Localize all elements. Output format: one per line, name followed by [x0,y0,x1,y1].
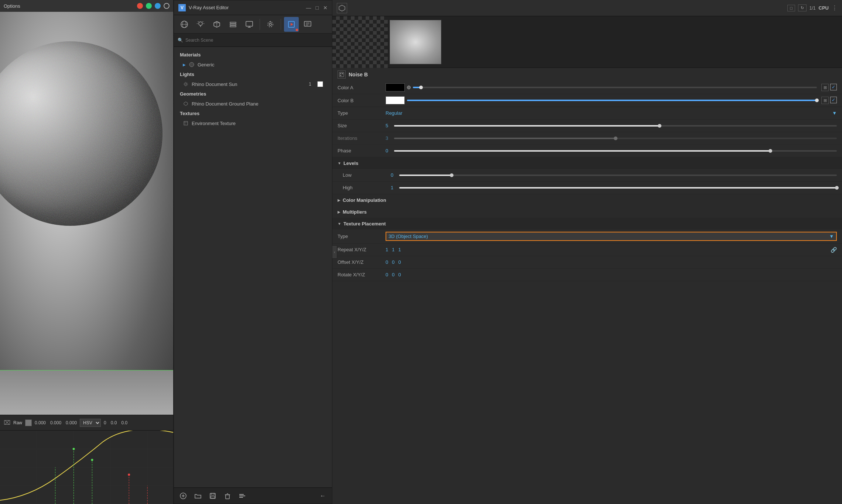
window-controls: — □ ✕ [306,5,328,11]
size-slider[interactable] [394,125,837,127]
high-label: High [343,185,391,190]
low-value-text[interactable]: 0 [391,172,393,178]
repeat-y[interactable]: 1 [392,247,394,252]
hsv-select[interactable]: HSV RGB [80,419,101,427]
repeat-x[interactable]: 1 [386,247,388,252]
offset-y[interactable]: 0 [392,259,394,265]
toolbar-display-btn[interactable] [300,17,315,32]
iterations-slider[interactable] [394,138,837,139]
color-a-row: Color A ⊞ ✓ [332,81,842,94]
color-b-value: ⊞ ✓ [386,96,837,104]
toolbar-textures-btn[interactable] [226,17,240,32]
size-value-text[interactable]: 5 [386,123,388,128]
phase-label: Phase [338,148,386,153]
levels-section-header[interactable]: ▼ Levels [332,157,842,169]
multipliers-section-header[interactable]: ▶ Multipliers [332,206,842,218]
texture-placement-section-header[interactable]: ▼ Texture Placement [332,218,842,229]
dot-blue[interactable] [155,3,161,9]
section-geometries[interactable]: Geometries [174,89,332,99]
color-a-swatch[interactable] [386,83,405,92]
section-textures[interactable]: Textures [174,108,332,118]
iterations-value-text[interactable]: 3 [386,135,388,141]
high-slider[interactable] [399,187,837,189]
repeat-xyz-row: Repeat X/Y/Z 1 1 1 🔗 [332,244,842,256]
open-asset-button[interactable] [193,491,203,501]
color-a-slider[interactable] [413,87,817,88]
light-swatch[interactable] [317,81,323,87]
toolbar-render-elements-btn[interactable] [242,17,257,32]
search-icon: 🔍 [178,38,183,43]
toolbar-settings-btn[interactable] [263,17,278,32]
svg-line-46 [184,83,185,83]
search-bar: 🔍 [174,34,332,47]
light-sun-item[interactable]: Rhino Document Sun 1 [174,79,332,89]
phase-value-text[interactable]: 0 [386,148,388,153]
color-manip-title: Color Manipulation [343,197,386,203]
offset-x[interactable]: 0 [386,259,388,265]
color-a-extra-btn[interactable]: ⊞ [821,84,829,91]
coord-y: 0.000 [50,420,61,425]
toolbar-materials-btn[interactable] [177,17,192,32]
section-materials[interactable]: Materials [174,50,332,60]
texture-type-dropdown[interactable]: 3D (Object Space) ▼ [386,232,837,241]
link-icon[interactable]: 🔗 [831,247,837,253]
color-b-swatch[interactable] [386,96,405,104]
color-a-checkbox[interactable]: ✓ [830,84,837,90]
light-badge: 1 [309,82,311,87]
refresh-ctrl[interactable]: ↻ [798,4,807,11]
light-sun-label: Rhino Document Sun [192,82,306,87]
geometry-ground-item[interactable]: Rhino Document Ground Plane [174,99,332,108]
scene-icon[interactable] [337,3,347,13]
add-asset-button[interactable] [178,491,188,501]
offset-xyz-values: 0 0 0 [386,259,837,265]
low-slider[interactable] [399,175,837,176]
rotate-x[interactable]: 0 [386,272,388,277]
asset-toolbar [174,15,332,34]
repeat-z[interactable]: 1 [398,247,401,252]
minimize-button[interactable]: — [306,5,311,11]
phase-slider[interactable] [394,150,837,152]
high-value-text[interactable]: 1 [391,185,393,190]
panel-collapse-button[interactable]: ‹ [332,245,337,259]
color-b-checkbox[interactable]: ✓ [830,97,837,103]
material-icon [189,62,195,68]
material-generic-item[interactable]: ▶ Generic [174,60,332,69]
square-ctrl[interactable]: □ [787,5,795,11]
offset-values-group: 0 0 0 [386,259,837,265]
material-generic-label: Generic [198,62,323,68]
close-button[interactable]: ✕ [323,5,328,11]
dot-green[interactable] [146,3,152,9]
toolbar-lights-btn[interactable] [193,17,208,32]
geometry-ground-label: Rhino Document Ground Plane [192,101,323,107]
svg-marker-50 [184,102,188,106]
type-value-text[interactable]: Regular [386,110,403,116]
rotate-y[interactable]: 0 [392,272,394,277]
offset-z[interactable]: 0 [398,259,401,265]
toolbar-geometry-btn[interactable] [209,17,224,32]
search-input[interactable] [185,38,328,43]
color-b-extra-btn[interactable]: ⊞ [821,97,829,104]
color-a-dot [407,86,411,89]
dot-white[interactable] [164,3,170,9]
svg-rect-65 [239,497,243,498]
coord-z: 0.000 [66,420,77,425]
back-arrow-button[interactable]: ← [318,491,328,501]
save-asset-button[interactable] [208,491,218,501]
viewport-area [0,12,173,415]
rotate-z[interactable]: 0 [398,272,401,277]
delete-asset-button[interactable] [223,491,232,501]
section-lights[interactable]: Lights [174,69,332,79]
dot-red[interactable] [137,3,143,9]
maximize-button[interactable]: □ [316,5,319,11]
color-b-slider[interactable] [407,100,817,101]
color-swatch-small[interactable] [25,420,32,426]
color-manip-section-header[interactable]: ▶ Color Manipulation [332,194,842,206]
size-value: 5 [386,123,837,128]
toolbar-render-btn[interactable] [284,17,299,32]
texture-env-item[interactable]: Environment Texture [174,118,332,128]
raw-label: Raw [13,420,22,425]
top-menu-icon[interactable]: ⋮ [832,4,838,11]
type-chevron[interactable]: ▼ [832,110,837,116]
more-asset-button[interactable] [237,491,247,501]
noise-b-title: Noise B [349,72,368,77]
